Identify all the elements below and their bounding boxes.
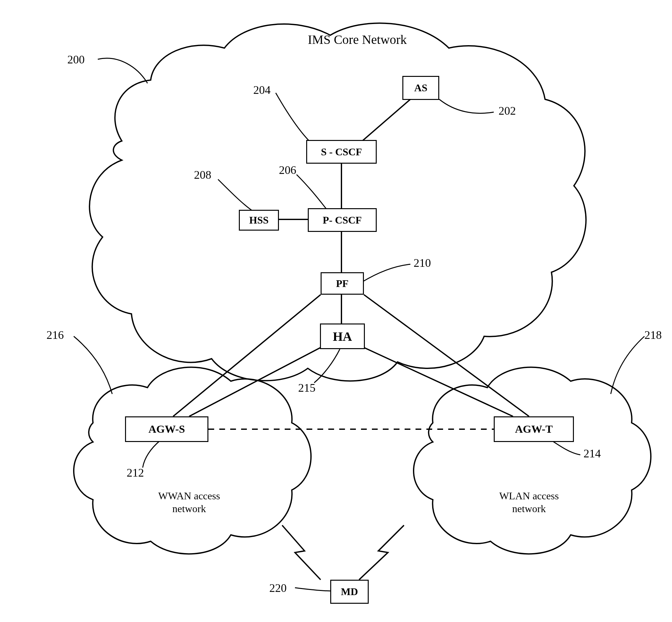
leader-200: [98, 58, 148, 83]
leader-212: [143, 440, 160, 468]
title-ims-core: IMS Core Network: [308, 32, 407, 47]
box-pf: PF: [321, 272, 364, 295]
ref-220: 220: [269, 581, 287, 595]
cloud-wlan: [414, 367, 651, 554]
box-as: AS: [403, 76, 439, 100]
box-scscf: S - CSCF: [306, 140, 377, 164]
ref-208: 208: [194, 168, 211, 182]
leader-216: [74, 336, 112, 394]
leader-204: [276, 93, 314, 146]
ref-215: 215: [298, 381, 316, 394]
edge-pf-agwt: [364, 295, 529, 416]
ref-216: 216: [46, 328, 64, 342]
box-md: MD: [330, 580, 369, 604]
leader-202: [439, 99, 494, 113]
wireless-right: [359, 525, 404, 580]
label-wwan-1: WWAN access: [141, 490, 237, 502]
cloud-wwan: [74, 367, 311, 554]
leader-220: [295, 588, 330, 591]
leader-206: [296, 175, 327, 210]
network-diagram: IMS Core Network 200 202 204 206 208 210…: [0, 0, 672, 622]
wireless-left: [282, 525, 321, 580]
box-agws: AGW-S: [125, 416, 209, 442]
box-hss: HSS: [239, 210, 279, 231]
leader-208: [218, 179, 253, 211]
ref-212: 212: [127, 466, 144, 480]
label-wlan-2: network: [481, 503, 577, 515]
svg-layer: [0, 0, 672, 622]
box-pcscf: P- CSCF: [308, 208, 377, 232]
ref-206: 206: [279, 163, 296, 177]
ref-204: 204: [253, 83, 270, 97]
leader-218: [611, 336, 644, 394]
edge-as-scscf: [362, 99, 410, 141]
ref-218: 218: [644, 328, 662, 342]
ref-210: 210: [414, 256, 431, 270]
leader-214: [551, 440, 580, 455]
ref-214: 214: [583, 447, 601, 460]
label-wwan-2: network: [141, 503, 237, 515]
edge-pf-agws: [173, 295, 321, 416]
label-wlan-1: WLAN access: [481, 490, 577, 502]
box-ha: HA: [320, 323, 365, 349]
box-agwt: AGW-T: [494, 416, 574, 442]
ref-200: 200: [67, 53, 85, 66]
leader-210: [362, 264, 410, 282]
ref-202: 202: [499, 104, 516, 117]
